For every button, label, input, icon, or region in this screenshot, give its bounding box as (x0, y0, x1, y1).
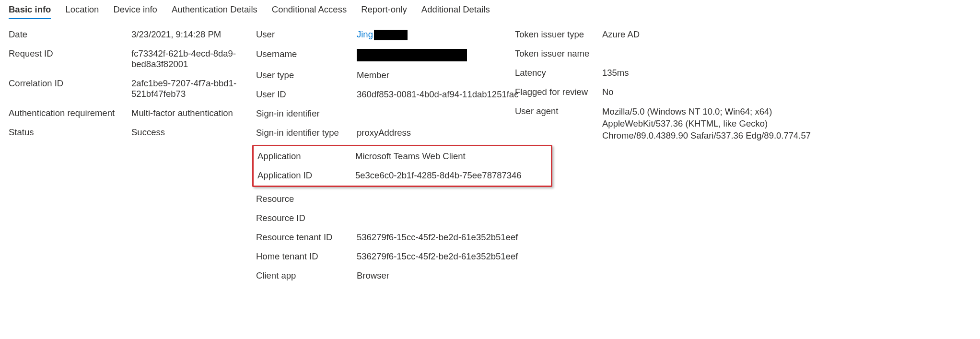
label-resource: Resource (256, 194, 357, 204)
label-status: Status (9, 127, 131, 138)
label-auth-requirement: Authentication requirement (9, 108, 131, 118)
label-user-id: User ID (256, 89, 357, 100)
value-user-id: 360df853-0081-4b0d-af94-11dab1251fac (357, 89, 548, 100)
value-signin-identifier-type: proxyAddress (357, 128, 548, 138)
tab-cond-access[interactable]: Conditional Access (272, 2, 347, 19)
user-link[interactable]: Jing (357, 29, 373, 39)
redaction-username (357, 49, 467, 61)
value-signin-identifier (357, 108, 548, 119)
label-home-tenant-id: Home tenant ID (256, 251, 357, 262)
value-user: Jing (357, 29, 548, 40)
label-resource-id: Resource ID (256, 213, 357, 223)
value-resource-tenant-id: 536279f6-15cc-45f2-be2d-61e352b51eef (357, 232, 548, 243)
redaction-user-lastname (374, 30, 408, 40)
value-resource-id (357, 213, 548, 223)
label-date: Date (9, 29, 131, 40)
label-application: Application (257, 151, 355, 162)
tabs-bar: Basic info Location Device info Authenti… (9, 0, 971, 20)
value-client-app: Browser (357, 270, 548, 281)
value-token-issuer-name (602, 48, 828, 59)
label-application-id: Application ID (257, 170, 355, 181)
label-signin-identifier: Sign-in identifier (256, 108, 357, 119)
value-resource (357, 194, 548, 204)
tab-location[interactable]: Location (65, 2, 99, 19)
details-columns: Date 3/23/2021, 9:14:28 PM Request ID fc… (9, 29, 971, 281)
highlight-wrapper: Application Microsoft Teams Web Client A… (256, 147, 548, 185)
label-user-type: User type (256, 70, 357, 81)
value-username (357, 49, 548, 61)
value-token-issuer-type: Azure AD (602, 29, 828, 40)
label-username: Username (256, 49, 357, 61)
value-latency: 135ms (602, 68, 828, 78)
tab-device-info[interactable]: Device info (113, 2, 157, 19)
column-user-app: User Jing Username User type Member User… (256, 29, 548, 281)
label-signin-identifier-type: Sign-in identifier type (256, 128, 357, 138)
column-general: Date 3/23/2021, 9:14:28 PM Request ID fc… (9, 29, 285, 138)
application-highlight-box: Application Microsoft Teams Web Client A… (252, 145, 552, 187)
label-request-id: Request ID (9, 48, 131, 70)
value-application: Microsoft Teams Web Client (355, 151, 544, 162)
value-home-tenant-id: 536279f6-15cc-45f2-be2d-61e352b51eef (357, 251, 548, 262)
tab-add-details[interactable]: Additional Details (421, 2, 490, 19)
tab-report-only[interactable]: Report-only (361, 2, 407, 19)
column-token-misc: Token issuer type Azure AD Token issuer … (515, 29, 828, 142)
label-client-app: Client app (256, 270, 357, 281)
value-user-type: Member (357, 70, 548, 81)
value-flagged-for-review: No (602, 87, 828, 97)
tab-basic-info[interactable]: Basic info (9, 2, 51, 19)
label-user: User (256, 29, 357, 40)
signin-details-panel: Basic info Location Device info Authenti… (0, 0, 980, 295)
value-application-id: 5e3ce6c0-2b1f-4285-8d4b-75ee78787346 (355, 170, 544, 181)
label-resource-tenant-id: Resource tenant ID (256, 232, 357, 243)
tab-auth-details[interactable]: Authentication Details (172, 2, 257, 19)
value-user-agent: Mozilla/5.0 (Windows NT 10.0; Win64; x64… (602, 106, 828, 142)
label-correlation-id: Correlation ID (9, 78, 131, 99)
